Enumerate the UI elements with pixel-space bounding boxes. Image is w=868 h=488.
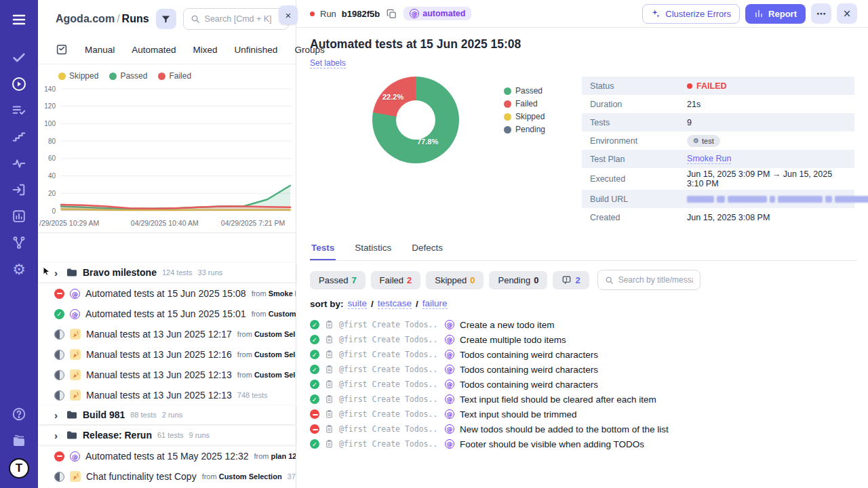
trend-legend-item[interactable]: Failed: [158, 71, 191, 81]
runs-search-input[interactable]: [205, 14, 281, 24]
close-run-button[interactable]: [837, 3, 857, 24]
mouse-cursor-icon: [42, 266, 51, 279]
run-id-cluster: Run b1982f5b automated: [310, 7, 471, 20]
run-status-icon: [54, 309, 64, 319]
x-axis-tick: /29/2025 10:29 AM: [39, 219, 99, 227]
test-status-icon: [310, 350, 319, 359]
run-type-tab[interactable]: Groups: [294, 45, 324, 55]
test-filter-pill[interactable]: Pending 0: [489, 271, 547, 289]
clusterize-errors-button[interactable]: Clusterize Errors: [642, 4, 740, 24]
analytics-chart-icon[interactable]: [6, 203, 32, 229]
run-list-item[interactable]: Chat functinality test Copy from Custom …: [38, 466, 296, 487]
run-source: from Smoke Run: [252, 289, 296, 298]
chevron-right-icon[interactable]: [54, 430, 61, 441]
detail-tab[interactable]: Defects: [410, 239, 444, 260]
sort-by-testcase[interactable]: testcase: [378, 298, 412, 309]
filter-count: 7: [351, 275, 356, 285]
copy-icon[interactable]: [385, 7, 398, 20]
settings-gear-icon[interactable]: ⚙: [6, 256, 32, 282]
pulse-activity-icon[interactable]: [6, 150, 32, 176]
run-list-item[interactable]: Manual tests at 13 Jun 2025 12:13 from C…: [38, 365, 296, 385]
testomat-logo[interactable]: T: [9, 458, 29, 479]
run-name: Build 981: [83, 409, 125, 420]
test-filter-pill[interactable]: Passed 7: [310, 271, 366, 289]
projects-folder-icon[interactable]: [6, 428, 32, 453]
run-list-item[interactable]: Release: Rerun 61 tests 9 runs: [38, 426, 296, 445]
donut-failed-label: 22.2%: [382, 93, 403, 101]
run-list-item[interactable]: Bravo milestone 124 tests 33 runs: [38, 263, 296, 282]
run-list-item[interactable]: Automated tests at 15 May 2025 12:32 fro…: [38, 446, 296, 466]
test-filter-pill[interactable]: Failed 2: [371, 271, 421, 289]
search-icon: [605, 276, 614, 285]
chevron-right-icon[interactable]: [54, 268, 61, 278]
automated-badge[interactable]: automated: [403, 7, 471, 20]
runs-play-icon[interactable]: [6, 71, 32, 97]
funnel-icon: [161, 14, 171, 24]
detail-text-value: 9: [687, 118, 692, 127]
run-list-item[interactable]: Automated tests at 15 Jun 2025 15:08 fro…: [38, 283, 296, 304]
trend-legend-item[interactable]: Skipped: [58, 71, 98, 81]
donut-legend-item[interactable]: Passed: [504, 86, 545, 96]
breadcrumb-project[interactable]: Agoda.com: [56, 13, 115, 24]
panel-close-button[interactable]: [279, 5, 298, 24]
test-search-input[interactable]: [618, 275, 693, 285]
run-list-item[interactable]: Automated tests at 15 Jun 2025 15:01 fro…: [38, 304, 296, 324]
import-icon[interactable]: [6, 177, 32, 203]
test-filter-pill[interactable]: 2: [553, 271, 589, 289]
detail-tab[interactable]: Statistics: [353, 239, 393, 260]
test-list-item[interactable]: @first Create Todos... Todos containing …: [310, 377, 857, 392]
legend-label: Skipped: [69, 71, 98, 81]
run-type-tab[interactable]: Unfinished: [235, 45, 278, 55]
run-name: Automated tests at 15 May 2025 12:32: [85, 451, 249, 462]
run-type-tab[interactable]: Mixed: [193, 45, 218, 55]
test-list-item[interactable]: @first Create Todos... Create a new todo…: [310, 317, 857, 332]
sort-by-suite[interactable]: suite: [348, 298, 368, 309]
trend-legend-item[interactable]: Passed: [109, 71, 147, 81]
donut-legend: Passed Failed Skipped: [504, 86, 545, 226]
test-list-item[interactable]: @first Create Todos... Todos containing …: [310, 362, 857, 377]
test-list-item[interactable]: @first Create Todos... Text input should…: [310, 407, 857, 422]
run-type-tab[interactable]: Manual: [85, 45, 115, 55]
test-list-item[interactable]: @first Create Todos... Text input field …: [310, 392, 857, 407]
run-list-item[interactable]: Manual tests at 13 Jun 2025 12:17 from C…: [38, 324, 296, 344]
set-labels-link[interactable]: Set labels: [310, 58, 346, 68]
plans-list-check-icon[interactable]: [6, 98, 32, 123]
chevron-right-icon[interactable]: [54, 410, 61, 420]
branches-icon[interactable]: [6, 230, 32, 256]
menu-icon[interactable]: [6, 7, 32, 33]
donut-legend-item[interactable]: Pending: [504, 125, 545, 134]
runs-filter-button[interactable]: [156, 9, 176, 29]
svg-text:40: 40: [48, 172, 56, 180]
checklist-icon[interactable]: [56, 43, 68, 56]
tests-check-icon[interactable]: [6, 45, 32, 70]
runs-search: [183, 8, 289, 30]
test-plan-link[interactable]: Smoke Run: [687, 154, 731, 164]
run-label: Run: [320, 9, 336, 19]
more-options-button[interactable]: [811, 3, 831, 24]
run-source: from Custom Selection: [252, 310, 296, 318]
test-list-item[interactable]: @first Create Todos... New todos should …: [310, 422, 857, 436]
detail-row: Duration 21s: [582, 95, 854, 113]
report-button[interactable]: Report: [745, 4, 806, 24]
milestones-steps-icon[interactable]: [6, 124, 32, 150]
run-detail-topbar: Run b1982f5b automated Clusterize Errors: [296, 0, 868, 28]
test-filter-pill[interactable]: Skipped 0: [426, 271, 484, 289]
run-list-item[interactable]: Manual tests at 13 Jun 2025 12:13 748 te…: [38, 385, 296, 405]
run-list-item[interactable]: Build 981 88 tests 2 runs: [38, 405, 296, 424]
help-icon[interactable]: [6, 401, 32, 427]
sort-separator: /: [416, 299, 418, 309]
donut-legend-item[interactable]: Skipped: [504, 112, 545, 121]
run-detail-body: Automated tests at 15 Jun 2025 15:08 Set…: [296, 28, 868, 488]
run-name: Manual tests at 13 Jun 2025 12:17: [86, 329, 232, 340]
donut-legend-item[interactable]: Failed: [504, 99, 545, 108]
run-type-tab[interactable]: Automated: [132, 45, 176, 55]
test-list-item[interactable]: @first Create Todos... Todos containing …: [310, 347, 857, 362]
clipboard-icon: [325, 409, 334, 419]
run-status-icon: [54, 451, 64, 462]
test-list-item[interactable]: @first Create Todos... Footer should be …: [310, 436, 857, 451]
breadcrumb: Agoda.com/Runs: [56, 13, 149, 25]
test-list-item[interactable]: @first Create Todos... Create multiple t…: [310, 332, 857, 347]
detail-tab[interactable]: Tests: [310, 239, 336, 260]
sort-by-failure[interactable]: failure: [422, 298, 448, 309]
run-list-item[interactable]: Manual tests at 13 Jun 2025 12:16 from C…: [38, 344, 296, 365]
